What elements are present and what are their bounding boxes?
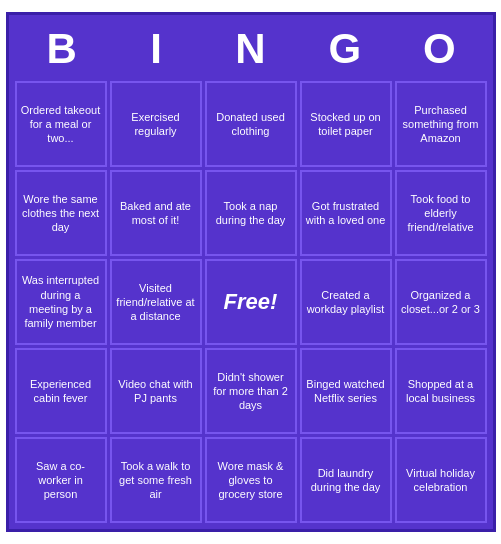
bingo-cell-2[interactable]: Donated used clothing	[205, 81, 297, 167]
bingo-grid: Ordered takeout for a meal or two...Exer…	[15, 81, 487, 523]
bingo-cell-11[interactable]: Visited friend/relative at a distance	[110, 259, 202, 345]
bingo-cell-3[interactable]: Stocked up on toilet paper	[300, 81, 392, 167]
bingo-cell-1[interactable]: Exercised regularly	[110, 81, 202, 167]
bingo-cell-22[interactable]: Wore mask & gloves to grocery store	[205, 437, 297, 523]
letter-i: I	[109, 21, 203, 77]
bingo-cell-18[interactable]: Binged watched Netflix series	[300, 348, 392, 434]
bingo-cell-8[interactable]: Got frustrated with a loved one	[300, 170, 392, 256]
letter-b: B	[15, 21, 109, 77]
bingo-cell-10[interactable]: Was interrupted during a meeting by a fa…	[15, 259, 107, 345]
bingo-cell-24[interactable]: Virtual holiday celebration	[395, 437, 487, 523]
bingo-cell-16[interactable]: Video chat with PJ pants	[110, 348, 202, 434]
bingo-cell-4[interactable]: Purchased something from Amazon	[395, 81, 487, 167]
bingo-cell-0[interactable]: Ordered takeout for a meal or two...	[15, 81, 107, 167]
bingo-cell-12[interactable]: Free!	[205, 259, 297, 345]
bingo-cell-13[interactable]: Created a workday playlist	[300, 259, 392, 345]
bingo-cell-15[interactable]: Experienced cabin fever	[15, 348, 107, 434]
bingo-cell-21[interactable]: Took a walk to get some fresh air	[110, 437, 202, 523]
bingo-cell-20[interactable]: Saw a co-worker in person	[15, 437, 107, 523]
letter-o: O	[392, 21, 486, 77]
bingo-cell-19[interactable]: Shopped at a local business	[395, 348, 487, 434]
letter-g: G	[298, 21, 392, 77]
bingo-cell-14[interactable]: Organized a closet...or 2 or 3	[395, 259, 487, 345]
bingo-header: B I N G O	[15, 21, 487, 77]
bingo-cell-5[interactable]: Wore the same clothes the next day	[15, 170, 107, 256]
bingo-cell-17[interactable]: Didn't shower for more than 2 days	[205, 348, 297, 434]
letter-n: N	[203, 21, 297, 77]
bingo-card: B I N G O Ordered takeout for a meal or …	[6, 12, 496, 532]
bingo-cell-23[interactable]: Did laundry during the day	[300, 437, 392, 523]
bingo-cell-6[interactable]: Baked and ate most of it!	[110, 170, 202, 256]
bingo-cell-7[interactable]: Took a nap during the day	[205, 170, 297, 256]
bingo-cell-9[interactable]: Took food to elderly friend/relative	[395, 170, 487, 256]
